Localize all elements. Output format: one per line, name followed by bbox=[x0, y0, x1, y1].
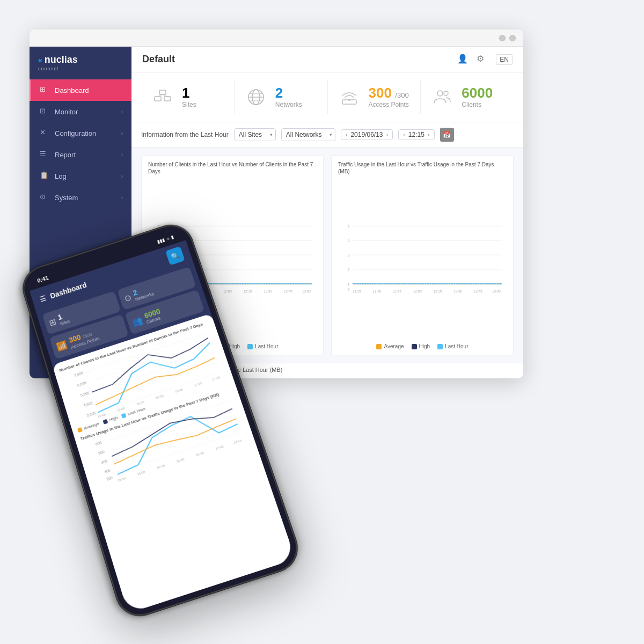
sites-info: 1 Sites bbox=[182, 86, 196, 108]
svg-text:400: 400 bbox=[101, 459, 108, 465]
stat-sites: 1 Sites bbox=[141, 80, 235, 114]
phone-search-btn[interactable]: 🔍 bbox=[165, 246, 185, 266]
logo-name: nuclias bbox=[45, 54, 78, 65]
phone-menu-icon[interactable]: ☰ bbox=[39, 294, 47, 303]
phone-clients-info: 6000 Clients bbox=[143, 307, 163, 325]
phone-legend-lasthour-dot bbox=[121, 413, 127, 418]
svg-text:13:00: 13:00 bbox=[492, 289, 501, 293]
date-navigation: ‹ 2019/06/13 › bbox=[341, 129, 393, 140]
sidebar-item-monitor[interactable]: ⊡ Monitor › bbox=[30, 101, 131, 122]
svg-text:11:45: 11:45 bbox=[393, 289, 401, 293]
svg-text:16:30: 16:30 bbox=[176, 457, 185, 463]
sidebar-item-configuration[interactable]: ✕ Configuration › bbox=[30, 122, 131, 144]
svg-text:12:45: 12:45 bbox=[284, 289, 292, 293]
settings-icon[interactable]: ⚙ bbox=[477, 54, 488, 65]
legend-high-label: High bbox=[229, 343, 240, 349]
sidebar-item-report[interactable]: ☰ Report › bbox=[30, 144, 131, 165]
chevron-right-icon-2: › bbox=[121, 130, 123, 136]
sidebar-report-label: Report bbox=[55, 151, 76, 159]
access-points-number: 300 bbox=[369, 85, 392, 101]
svg-text:13:00: 13:00 bbox=[302, 289, 311, 293]
phone-legend-high: High bbox=[103, 415, 119, 425]
svg-text:6,000: 6,000 bbox=[77, 381, 87, 387]
svg-text:15:45: 15:45 bbox=[117, 477, 126, 482]
svg-text:5,000: 5,000 bbox=[80, 391, 90, 397]
phone-networks-info: 2 Networks bbox=[132, 283, 155, 302]
sidebar-item-dashboard[interactable]: ⊞ Dashboard bbox=[30, 79, 131, 101]
access-points-info: 300 /300 Access Points bbox=[369, 86, 409, 108]
svg-rect-0 bbox=[155, 97, 161, 101]
system-icon: ⊙ bbox=[40, 193, 49, 202]
phone-networks-icon: ⊙ bbox=[123, 292, 133, 303]
svg-text:12:45: 12:45 bbox=[474, 289, 482, 293]
time-navigation: ‹ 12:15 › bbox=[398, 129, 434, 140]
configuration-icon: ✕ bbox=[40, 128, 49, 138]
right-legend-high: High bbox=[412, 343, 430, 349]
time-next-btn[interactable]: › bbox=[427, 131, 431, 138]
page-title: Default bbox=[142, 54, 175, 65]
clients-label: Clients bbox=[462, 101, 493, 108]
networks-label: Networks bbox=[275, 101, 302, 108]
sidebar-monitor-label: Monitor bbox=[55, 108, 78, 116]
svg-text:12:15: 12:15 bbox=[244, 289, 252, 293]
signal-icon: ▮▮▮ bbox=[157, 237, 166, 244]
sidebar-configuration-label: Configuration bbox=[55, 129, 96, 137]
right-chart-body: 5 4 3 2 1 0 11:15 11:30 11:45 12:00 12:1… bbox=[338, 179, 507, 340]
all-sites-select-wrap: All Sites ▾ bbox=[234, 128, 276, 141]
user-icon[interactable]: 👤 bbox=[457, 54, 469, 65]
svg-point-13 bbox=[444, 91, 448, 96]
access-points-icon bbox=[338, 85, 361, 109]
phone-time: 0:41 bbox=[36, 275, 49, 284]
right-chart-legend: Average High Last Hour bbox=[338, 343, 507, 349]
sites-label: Sites bbox=[182, 101, 196, 108]
stat-networks: 2 Networks bbox=[235, 80, 328, 114]
all-sites-select[interactable]: All Sites bbox=[234, 128, 276, 141]
right-legend-high-label: High bbox=[419, 343, 430, 349]
right-chart-title: Traffic Usage in the Last Hour vs Traffi… bbox=[338, 161, 507, 175]
access-points-label: Access Points bbox=[369, 101, 409, 108]
browser-maximize-btn[interactable] bbox=[509, 35, 516, 41]
networks-icon bbox=[244, 85, 268, 109]
phone-sites-icon: ⊞ bbox=[48, 317, 57, 328]
all-networks-select[interactable]: All Networks bbox=[281, 128, 335, 141]
access-points-numbers: 300 /300 bbox=[369, 86, 409, 100]
log-icon: 📋 bbox=[40, 171, 49, 181]
sidebar-item-system[interactable]: ⊙ System › bbox=[30, 187, 131, 208]
legend-last-hour: Last Hour bbox=[247, 343, 278, 349]
date-prev-btn[interactable]: ‹ bbox=[345, 131, 349, 138]
language-selector[interactable]: EN bbox=[496, 54, 513, 65]
svg-rect-1 bbox=[164, 97, 171, 101]
wifi-icon: ⌾ bbox=[166, 236, 170, 241]
right-legend-lasthour-dot bbox=[437, 344, 443, 349]
right-legend-average-label: Average bbox=[384, 343, 404, 349]
svg-text:1: 1 bbox=[348, 282, 350, 287]
svg-text:16:15: 16:15 bbox=[136, 400, 145, 406]
right-legend-average-dot bbox=[376, 344, 382, 349]
access-points-number-sub: /300 bbox=[395, 91, 408, 99]
phone-clients-icon: 👥 bbox=[131, 315, 144, 327]
svg-rect-2 bbox=[159, 90, 166, 94]
logo-arrow-icon: « bbox=[38, 56, 42, 64]
svg-text:12:15: 12:15 bbox=[434, 289, 442, 293]
stat-clients: 6000 Clients bbox=[421, 80, 514, 114]
svg-text:11:30: 11:30 bbox=[373, 289, 382, 293]
right-legend-lasthour-label: Last Hour bbox=[445, 343, 468, 349]
time-prev-btn[interactable]: ‹ bbox=[402, 131, 406, 138]
right-legend-average: Average bbox=[376, 343, 404, 349]
browser-minimize-btn[interactable] bbox=[499, 35, 506, 41]
svg-text:16:00: 16:00 bbox=[137, 470, 146, 476]
networks-info: 2 Networks bbox=[275, 86, 302, 108]
svg-text:3,000: 3,000 bbox=[86, 411, 97, 418]
phone-legend-average-label: Average bbox=[83, 421, 100, 431]
right-chart-panel: Traffic Usage in the Last Hour vs Traffi… bbox=[331, 155, 514, 355]
topbar-right: 👤 ⚙ EN bbox=[457, 54, 513, 65]
chevron-right-icon-3: › bbox=[121, 152, 123, 158]
report-icon: ☰ bbox=[40, 150, 49, 159]
sidebar-log-label: Log bbox=[55, 172, 67, 180]
date-next-btn[interactable]: › bbox=[385, 131, 389, 138]
logo-sub: connect bbox=[38, 66, 123, 71]
sidebar-logo: « nuclias connect bbox=[30, 47, 131, 79]
calendar-btn[interactable]: 📅 bbox=[440, 128, 454, 142]
svg-text:3: 3 bbox=[348, 253, 350, 258]
sidebar-item-log[interactable]: 📋 Log › bbox=[30, 165, 131, 187]
